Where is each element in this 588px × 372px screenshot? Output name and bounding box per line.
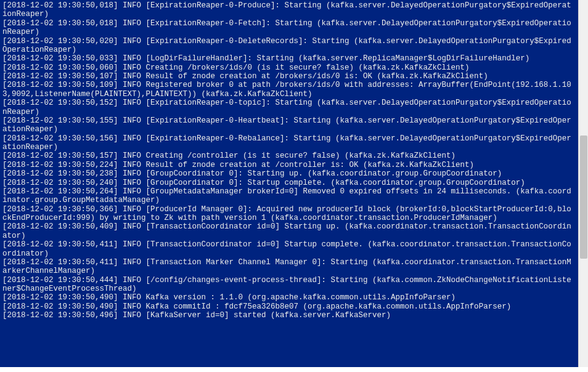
- log-line: [2018-12-02 19:30:50,238] INFO [GroupCoo…: [2, 169, 576, 178]
- scroll-thumb[interactable]: [580, 135, 587, 259]
- log-line: [2018-12-02 19:30:50,020] INFO [Expirati…: [2, 37, 576, 55]
- log-line: [2018-12-02 19:30:50,156] INFO [Expirati…: [2, 134, 576, 152]
- log-line: [2018-12-02 19:30:50,224] INFO Result of…: [2, 161, 576, 169]
- log-line: [2018-12-02 19:30:50,060] INFO Creating …: [2, 63, 576, 72]
- log-line: [2018-12-02 19:30:50,411] INFO [Transact…: [2, 240, 576, 258]
- log-line: [2018-12-02 19:30:50,490] INFO Kafka com…: [2, 302, 576, 311]
- log-line: [2018-12-02 19:30:50,444] INFO [/config/…: [2, 276, 576, 294]
- log-line: [2018-12-02 19:30:50,109] INFO Registere…: [2, 81, 576, 99]
- terminal-window: [2018-12-02 19:30:50,018] INFO [Expirati…: [0, 0, 588, 372]
- log-line: [2018-12-02 19:30:50,411] INFO [Transact…: [2, 258, 576, 276]
- log-line: [2018-12-02 19:30:50,240] INFO [GroupCoo…: [2, 179, 576, 187]
- log-line: [2018-12-02 19:30:50,033] INFO [LogDirFa…: [2, 54, 576, 63]
- log-line: [2018-12-02 19:30:50,018] INFO [Expirati…: [2, 19, 576, 37]
- log-line: [2018-12-02 19:30:50,152] INFO [Expirati…: [2, 99, 576, 116]
- log-line: [2018-12-02 19:30:50,264] INFO [GroupMet…: [2, 187, 576, 205]
- log-line: [2018-12-02 19:30:50,496] INFO [KafkaSer…: [2, 311, 576, 320]
- log-line: [2018-12-02 19:30:50,157] INFO Creating …: [2, 152, 576, 160]
- log-line: [2018-12-02 19:30:50,490] INFO Kafka ver…: [2, 293, 576, 302]
- log-line: [2018-12-02 19:30:50,366] INFO [Producer…: [2, 205, 576, 223]
- terminal-output[interactable]: [2018-12-02 19:30:50,018] INFO [Expirati…: [0, 0, 578, 367]
- log-line: [2018-12-02 19:30:50,018] INFO [Expirati…: [2, 1, 576, 19]
- vertical-scrollbar[interactable]: [578, 0, 588, 367]
- log-line: [2018-12-02 19:30:50,107] INFO Result of…: [2, 72, 576, 81]
- bottom-margin: [0, 367, 578, 372]
- log-line: [2018-12-02 19:30:50,155] INFO [Expirati…: [2, 116, 576, 134]
- log-line: [2018-12-02 19:30:50,409] INFO [Transact…: [2, 222, 576, 240]
